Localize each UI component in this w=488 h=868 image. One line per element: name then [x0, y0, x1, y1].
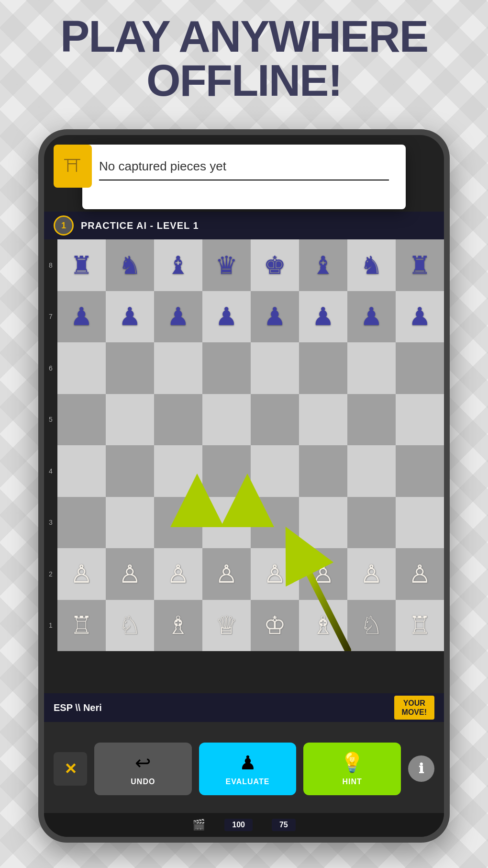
chess-cell[interactable]	[251, 394, 299, 446]
undo-label: UNDO	[131, 778, 155, 786]
chess-cell[interactable]: ♘	[347, 600, 396, 652]
chess-cell[interactable]: ♜	[396, 239, 444, 291]
chess-cell[interactable]	[251, 497, 299, 549]
chess-cell[interactable]	[202, 394, 251, 446]
chess-cell[interactable]: ♟	[347, 291, 396, 343]
chess-cell[interactable]: ♔	[251, 600, 299, 652]
score1-badge: 100	[224, 819, 253, 831]
chess-piece: ♔	[264, 613, 286, 638]
close-button[interactable]: ✕	[54, 752, 87, 786]
chess-cell[interactable]	[347, 394, 396, 446]
chess-cell[interactable]	[106, 445, 154, 497]
chess-cell[interactable]	[347, 342, 396, 394]
chess-cell[interactable]	[202, 342, 251, 394]
chess-piece: ♟	[215, 304, 238, 329]
evaluate-icon: ♟	[239, 752, 256, 774]
chess-cell[interactable]: ♖	[57, 600, 106, 652]
header-section: PLAY ANYWHERE OFFLINE!	[0, 14, 488, 102]
gold-badge[interactable]: ⛩	[54, 145, 92, 188]
chess-cell[interactable]	[251, 342, 299, 394]
info-icon: ℹ	[419, 761, 424, 777]
chess-cell[interactable]	[202, 497, 251, 549]
chess-cell[interactable]: ♘	[106, 600, 154, 652]
chess-cell[interactable]: ♟	[299, 291, 347, 343]
chess-cell[interactable]: ♟	[202, 291, 251, 343]
chess-cell[interactable]	[396, 394, 444, 446]
chess-piece: ♞	[119, 253, 141, 278]
chess-cell[interactable]: ♙	[57, 548, 106, 600]
chess-cell[interactable]	[57, 342, 106, 394]
popup-card: No captured pieces yet	[82, 145, 406, 209]
chess-piece: ♟	[70, 304, 93, 329]
chess-cell[interactable]	[57, 445, 106, 497]
rank-label-8: 8	[44, 239, 57, 291]
chess-piece: ♝	[312, 253, 334, 278]
film-icon: 🎬	[192, 819, 205, 831]
chess-cell[interactable]	[299, 445, 347, 497]
chess-cell[interactable]: ♗	[299, 600, 347, 652]
chess-piece: ♟	[360, 304, 383, 329]
chess-cell[interactable]	[154, 497, 202, 549]
chess-cell[interactable]	[106, 497, 154, 549]
chess-board[interactable]: 8♜♞♝♛♚♝♞♜7♟♟♟♟♟♟♟♟65432♙♙♙♙♙♙♙♙1♖♘♗♕♔♗♘♖	[44, 239, 444, 651]
chess-cell[interactable]: ♝	[299, 239, 347, 291]
chess-cell[interactable]: ♖	[396, 600, 444, 652]
chess-piece: ♙	[312, 562, 334, 586]
chess-cell[interactable]	[299, 497, 347, 549]
chess-piece: ♙	[264, 562, 286, 586]
chess-cell[interactable]: ♞	[106, 239, 154, 291]
chess-cell[interactable]	[347, 497, 396, 549]
chess-cell[interactable]	[396, 342, 444, 394]
undo-button[interactable]: ↩ UNDO	[94, 743, 192, 795]
chess-cell[interactable]: ♟	[251, 291, 299, 343]
chess-piece: ♙	[167, 562, 189, 586]
chess-cell[interactable]: ♞	[347, 239, 396, 291]
chess-cell[interactable]	[154, 394, 202, 446]
player-name: ESP \\ Neri	[54, 702, 394, 713]
chess-cell[interactable]: ♙	[396, 548, 444, 600]
chess-cell[interactable]: ♟	[396, 291, 444, 343]
hint-button[interactable]: 💡 HINT	[303, 743, 401, 795]
chess-piece: ♙	[119, 562, 141, 586]
info-button[interactable]: ℹ	[408, 755, 434, 782]
chess-cell[interactable]: ♙	[154, 548, 202, 600]
chess-cell[interactable]: ♛	[202, 239, 251, 291]
chess-cell[interactable]: ♙	[251, 548, 299, 600]
chess-piece: ♖	[70, 613, 93, 638]
chess-cell[interactable]	[154, 445, 202, 497]
chess-cell[interactable]: ♜	[57, 239, 106, 291]
chess-cell[interactable]: ♚	[251, 239, 299, 291]
chess-cell[interactable]: ♙	[202, 548, 251, 600]
chess-cell[interactable]	[57, 394, 106, 446]
undo-icon: ↩	[135, 752, 151, 774]
evaluate-button[interactable]: ♟ EVALUATE	[199, 743, 297, 795]
chess-cell[interactable]	[299, 342, 347, 394]
chess-cell[interactable]: ♕	[202, 600, 251, 652]
chess-cell[interactable]: ♟	[57, 291, 106, 343]
chess-cell[interactable]	[202, 445, 251, 497]
chess-cell[interactable]	[396, 497, 444, 549]
chess-piece: ♟	[167, 304, 189, 329]
chess-cell[interactable]	[299, 394, 347, 446]
chess-cell[interactable]	[106, 342, 154, 394]
chess-cell[interactable]: ♝	[154, 239, 202, 291]
chess-cell[interactable]: ♟	[106, 291, 154, 343]
chess-piece: ♜	[409, 253, 431, 278]
chess-cell[interactable]	[396, 445, 444, 497]
chess-cell[interactable]	[106, 394, 154, 446]
chess-cell[interactable]	[347, 445, 396, 497]
chess-cell[interactable]: ♗	[154, 600, 202, 652]
film-button[interactable]: 🎬	[192, 819, 205, 831]
phone-screen: No captured pieces yet ⛩ 1 PRACTICE AI -…	[44, 135, 444, 837]
player-bar: ESP \\ Neri YOURMOVE!	[44, 693, 444, 722]
chess-cell[interactable]	[57, 497, 106, 549]
chess-cell[interactable]: ♙	[347, 548, 396, 600]
chess-cell[interactable]: ♙	[299, 548, 347, 600]
chess-cell[interactable]	[154, 342, 202, 394]
chess-cell[interactable]: ♙	[106, 548, 154, 600]
chess-cell[interactable]: ♟	[154, 291, 202, 343]
bottom-bar: 🎬 100 75	[44, 813, 444, 837]
rank-label-5: 5	[44, 394, 57, 446]
chess-cell[interactable]	[251, 445, 299, 497]
rank-label-1: 1	[44, 600, 57, 652]
